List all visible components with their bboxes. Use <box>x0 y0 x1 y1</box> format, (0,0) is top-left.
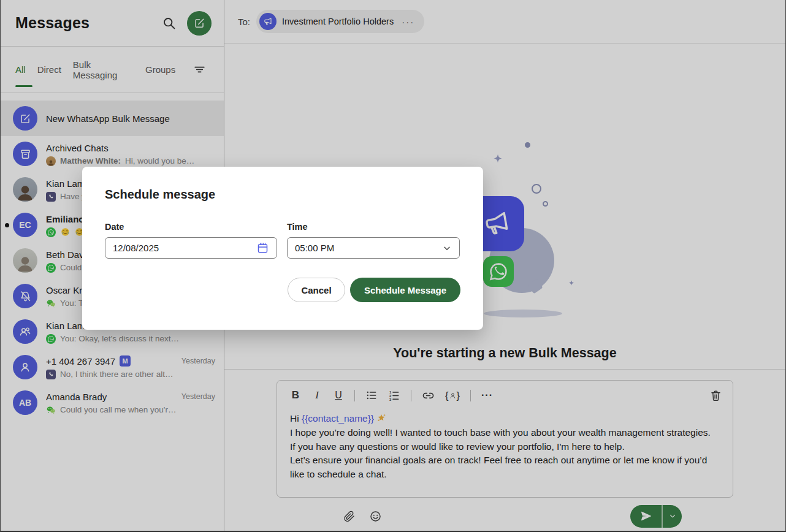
dialog-title: Schedule message <box>105 188 460 202</box>
cancel-button[interactable]: Cancel <box>288 278 345 302</box>
app-window: Messages All Direct Bulk Messaging Group… <box>0 0 786 532</box>
date-label: Date <box>105 222 277 232</box>
schedule-message-button[interactable]: Schedule Message <box>350 278 460 302</box>
date-input[interactable]: 12/08/2025 <box>105 237 277 259</box>
schedule-message-dialog: Schedule message Date 12/08/2025 Time 05… <box>82 167 483 330</box>
time-select[interactable]: 05:00 PM <box>287 237 460 259</box>
date-value: 12/08/2025 <box>113 243 256 253</box>
time-label: Time <box>287 222 460 232</box>
chevron-down-icon <box>442 243 452 253</box>
calendar-icon[interactable] <box>256 241 269 254</box>
time-value: 05:00 PM <box>295 243 442 253</box>
